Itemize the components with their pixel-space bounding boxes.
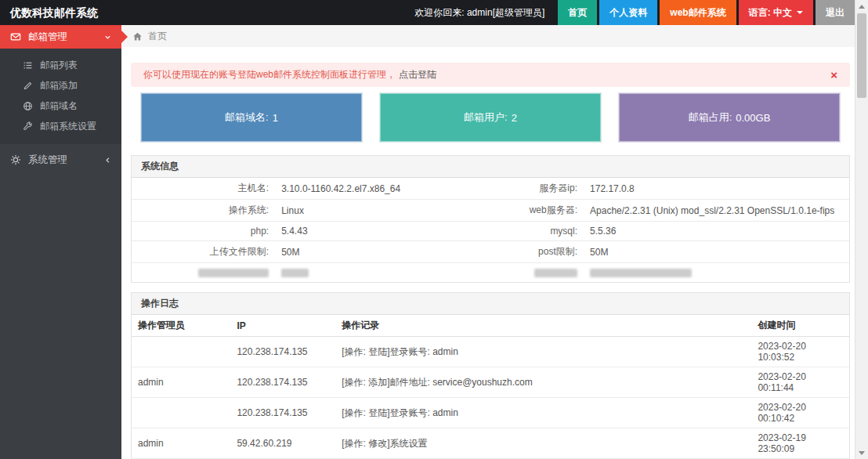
logout-button-label: 退出 xyxy=(826,6,844,20)
operation-log-table: 操作管理员 IP 操作记录 创建时间 120.238.174.135 [操作: … xyxy=(132,315,849,459)
table-row: 主机名: 3.10.0-1160.42.2.el7.x86_64 服务器ip: … xyxy=(132,178,849,200)
webmail-button[interactable]: web邮件系统 xyxy=(660,0,736,25)
sidebar-item-mail-management[interactable]: 邮箱管理 xyxy=(0,25,121,49)
stat-cards: 邮箱域名: 1 邮箱用户: 2 邮箱占用: 0.00GB xyxy=(131,93,850,142)
language-dropdown-button[interactable]: 语言: 中文 xyxy=(739,0,813,25)
log-admin: admin xyxy=(132,428,230,459)
scrollbar-thumb[interactable] xyxy=(857,13,866,98)
sysinfo-label: mysql: xyxy=(497,222,584,241)
sidebar-item-system-management[interactable]: 系统管理 xyxy=(0,147,121,172)
log-record: [操作: 登陆]登录账号: admin xyxy=(335,337,751,367)
log-admin xyxy=(132,398,230,428)
table-row: admin 120.238.174.135 [操作: 添加]邮件地址: serv… xyxy=(132,367,849,398)
globe-icon xyxy=(23,101,33,111)
app-title: 优数科技邮件系统 xyxy=(0,0,98,25)
log-admin xyxy=(132,337,230,367)
pencil-icon xyxy=(23,81,33,91)
log-time: 2023-02-20 00:10:42 xyxy=(751,398,849,428)
top-navbar: 优数科技邮件系统 欢迎你回来: admin[超级管理员] 首页 个人资料 web… xyxy=(0,0,855,25)
redacted-text xyxy=(198,269,269,277)
content-area: 你可以使用现在的账号登陆web邮件系统控制面板进行管理， 点击登陆 × 邮箱域名… xyxy=(121,47,855,459)
col-header-time: 创建时间 xyxy=(751,315,849,337)
sidebar-item-label: 邮箱列表 xyxy=(40,59,78,72)
sidebar-item-label: 邮箱域名 xyxy=(40,99,78,113)
sysinfo-label: 服务器ip: xyxy=(497,178,584,200)
log-admin: admin xyxy=(132,367,230,398)
sidebar-item-mail-list[interactable]: 邮箱列表 xyxy=(0,55,121,75)
sidebar-item-mail-add[interactable]: 邮箱添加 xyxy=(0,75,121,96)
stat-value: 0.00GB xyxy=(736,112,770,124)
chevron-down-icon xyxy=(103,33,112,42)
home-button-label: 首页 xyxy=(568,6,587,20)
table-row: 120.238.174.135 [操作: 登陆]登录账号: admin 2023… xyxy=(132,337,849,367)
sidebar-submenu: 邮箱列表 邮箱添加 邮箱域名 邮箱系统设置 xyxy=(0,49,121,144)
stat-label: 邮箱占用: xyxy=(689,110,732,125)
language-button-label: 语言: 中文 xyxy=(749,6,792,20)
log-record: [操作: 登陆]登录账号: admin xyxy=(335,398,751,428)
sysinfo-value: 5.5.36 xyxy=(584,222,849,241)
sidebar-item-label: 邮箱系统设置 xyxy=(40,120,96,133)
table-header-row: 操作管理员 IP 操作记录 创建时间 xyxy=(132,315,849,337)
sidebar-item-label: 邮箱管理 xyxy=(28,31,67,44)
profile-button[interactable]: 个人资料 xyxy=(599,0,657,25)
gear-icon xyxy=(10,154,21,165)
caret-down-icon xyxy=(797,11,803,14)
log-ip: 120.238.174.135 xyxy=(230,367,335,398)
sysinfo-value: 50M xyxy=(584,241,849,263)
navbar-spacer xyxy=(98,0,414,25)
system-info-panel: 系统信息 主机名: 3.10.0-1160.42.2.el7.x86_64 服务… xyxy=(131,155,850,283)
table-row: php: 5.4.43 mysql: 5.5.36 xyxy=(132,222,849,241)
col-header-record: 操作记录 xyxy=(335,315,751,337)
home-button[interactable]: 首页 xyxy=(558,0,597,25)
log-ip: 120.238.174.135 xyxy=(230,398,335,428)
sidebar-item-label: 系统管理 xyxy=(28,154,67,167)
welcome-text: 欢迎你回来: admin[超级管理员] xyxy=(414,0,544,25)
list-icon xyxy=(23,60,33,70)
webmail-alert: 你可以使用现在的账号登陆web邮件系统控制面板进行管理， 点击登陆 × xyxy=(131,63,850,87)
profile-button-label: 个人资料 xyxy=(609,6,647,20)
page-layout: 邮箱管理 邮箱列表 邮箱添加 邮箱域名 xyxy=(0,25,855,459)
sysinfo-label: 主机名: xyxy=(132,178,275,200)
sysinfo-label: 上传文件限制: xyxy=(132,241,275,263)
sidebar-item-mail-domain[interactable]: 邮箱域名 xyxy=(0,96,121,116)
stat-label: 邮箱域名: xyxy=(225,110,269,125)
breadcrumb-home-link[interactable]: 首页 xyxy=(148,30,167,43)
main-content: 首页 你可以使用现在的账号登陆web邮件系统控制面板进行管理， 点击登陆 × 邮… xyxy=(121,25,855,459)
table-row: 120.238.174.135 [操作: 登陆]登录账号: admin 2023… xyxy=(132,398,849,428)
sysinfo-value: 5.4.43 xyxy=(275,222,497,241)
close-icon[interactable]: × xyxy=(830,69,837,81)
vertical-scrollbar[interactable] xyxy=(855,0,868,459)
sidebar: 邮箱管理 邮箱列表 邮箱添加 邮箱域名 xyxy=(0,25,121,459)
stat-card-usage: 邮箱占用: 0.00GB xyxy=(619,93,840,142)
log-record: [操作: 修改]系统设置 xyxy=(335,428,751,459)
breadcrumb: 首页 xyxy=(121,25,855,47)
scroll-down-icon[interactable] xyxy=(855,446,868,459)
sysinfo-value: 3.10.0-1160.42.2.el7.x86_64 xyxy=(275,178,497,200)
log-time: 2023-02-20 10:03:52 xyxy=(751,337,849,367)
sysinfo-value: Linux xyxy=(275,200,497,222)
alert-message: 你可以使用现在的账号登陆web邮件系统控制面板进行管理， xyxy=(143,68,396,81)
sysinfo-label: 操作系统: xyxy=(132,200,275,222)
table-row: admin 59.42.60.219 [操作: 修改]系统设置 2023-02-… xyxy=(132,428,849,459)
table-row: 上传文件限制: 50M post限制: 50M xyxy=(132,241,849,263)
stat-card-users: 邮箱用户: 2 xyxy=(380,93,601,142)
logout-button[interactable]: 退出 xyxy=(816,0,855,25)
scroll-up-icon[interactable] xyxy=(855,0,868,13)
stat-value: 1 xyxy=(273,112,278,124)
alert-login-link[interactable]: 点击登陆 xyxy=(399,68,436,81)
col-header-ip: IP xyxy=(230,315,335,337)
system-info-table: 主机名: 3.10.0-1160.42.2.el7.x86_64 服务器ip: … xyxy=(132,178,849,282)
envelope-icon xyxy=(10,31,21,42)
stat-label: 邮箱用户: xyxy=(464,110,508,125)
log-record: [操作: 添加]邮件地址: service@youshuzh.com xyxy=(335,367,751,398)
redacted-text xyxy=(590,269,692,277)
log-time: 2023-02-20 00:11:44 xyxy=(751,367,849,398)
chevron-left-icon xyxy=(103,156,112,164)
log-ip: 59.42.60.219 xyxy=(230,428,335,459)
redacted-text xyxy=(281,269,309,277)
operation-log-panel: 操作日志 操作管理员 IP 操作记录 创建时间 120.238.174.135 xyxy=(131,292,850,459)
home-icon xyxy=(132,31,143,42)
wrench-icon xyxy=(23,121,33,132)
stat-card-domains: 邮箱域名: 1 xyxy=(141,93,362,142)
sidebar-item-mail-system-settings[interactable]: 邮箱系统设置 xyxy=(0,116,121,136)
